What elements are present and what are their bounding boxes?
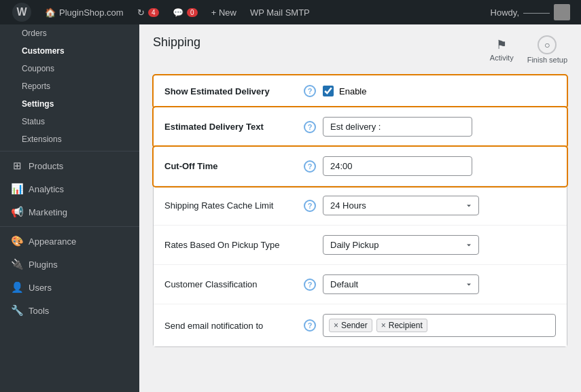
- marketing-icon: 📢: [11, 206, 23, 218]
- show-estimated-delivery-control: Enable: [323, 86, 556, 96]
- send-email-notification-row: Send email notification to ? × Sender × …: [154, 304, 567, 346]
- flag-icon: ⚑: [496, 37, 507, 52]
- wp-logo-btn[interactable]: W: [5, 0, 38, 24]
- cut-off-time-row: Cut-Off Time ?: [154, 147, 567, 186]
- refresh-icon: ↻: [137, 7, 145, 18]
- tools-label: Tools: [29, 306, 49, 316]
- site-url-label: PluginShop.com: [59, 7, 124, 18]
- shipping-rates-cache-limit-label: Shipping Rates Cache Limit: [164, 200, 297, 211]
- users-icon: 👤: [11, 281, 23, 293]
- send-email-notification-help[interactable]: ?: [304, 319, 316, 332]
- analytics-label: Analytics: [29, 184, 64, 194]
- finish-setup-btn[interactable]: ○ Finish setup: [527, 35, 567, 64]
- sidebar-item-tools[interactable]: 🔧 Tools: [0, 299, 139, 322]
- cut-off-time-help[interactable]: ?: [304, 160, 316, 173]
- marketing-label: Marketing: [29, 207, 67, 217]
- show-estimated-delivery-label: Show Estimated Delivery: [164, 86, 297, 96]
- refresh-btn[interactable]: ↻ 4: [130, 0, 166, 24]
- recipient-tag: × Recipient: [376, 319, 427, 332]
- show-estimated-delivery-row: Show Estimated Delivery ? Enable: [154, 75, 567, 107]
- rates-based-on-pickup-type-row: Rates Based On Pickup Type Daily Pickup …: [154, 226, 567, 265]
- sidebar-item-users[interactable]: 👤 Users: [0, 276, 139, 299]
- user-avatar[interactable]: [554, 4, 570, 20]
- email-tags-container[interactable]: × Sender × Recipient: [323, 314, 556, 337]
- rates-based-on-pickup-type-select[interactable]: Daily Pickup Customer Counter One Time P…: [323, 235, 479, 255]
- finish-setup-label: Finish setup: [527, 56, 567, 64]
- cut-off-time-control: [323, 156, 556, 176]
- estimated-delivery-text-input[interactable]: [323, 117, 472, 137]
- sidebar-item-analytics[interactable]: 📊 Analytics: [0, 177, 139, 200]
- sidebar-item-products[interactable]: ⊞ Products: [0, 154, 139, 177]
- sidebar-item-extensions[interactable]: Extensions: [0, 130, 139, 148]
- appearance-icon: 🎨: [11, 235, 23, 247]
- sidebar-item-settings[interactable]: Settings: [0, 95, 139, 113]
- activity-btn[interactable]: ⚑ Activity: [490, 37, 514, 62]
- page-title: Shipping: [153, 35, 200, 50]
- wp-logo-icon: W: [12, 3, 31, 22]
- sidebar-item-coupons[interactable]: Coupons: [0, 60, 139, 77]
- customer-classification-select[interactable]: Default Small Package Large Package: [323, 274, 479, 294]
- enable-label: Enable: [339, 86, 366, 96]
- header-actions: ⚑ Activity ○ Finish setup: [490, 35, 567, 64]
- products-label: Products: [29, 161, 63, 171]
- sidebar-item-appearance[interactable]: 🎨 Appearance: [0, 230, 139, 253]
- activity-label: Activity: [490, 54, 514, 62]
- howdy-section: Howdy, ———: [491, 4, 576, 20]
- sidebar-item-orders[interactable]: Orders: [0, 24, 139, 42]
- new-btn[interactable]: + New: [205, 0, 243, 24]
- cut-off-time-input[interactable]: [323, 156, 472, 176]
- analytics-icon: 📊: [11, 183, 23, 195]
- show-estimated-delivery-checkbox[interactable]: [323, 86, 334, 96]
- send-email-notification-label: Send email notification to: [164, 321, 297, 331]
- show-estimated-delivery-help[interactable]: ?: [304, 85, 316, 97]
- howdy-label: Howdy,: [491, 7, 519, 18]
- shipping-rates-cache-limit-select[interactable]: 24 Hours 12 Hours 6 Hours 1 Hour: [323, 196, 479, 215]
- shipping-rates-cache-limit-control: 24 Hours 12 Hours 6 Hours 1 Hour: [323, 196, 556, 215]
- shipping-rates-cache-limit-help[interactable]: ?: [304, 200, 316, 212]
- sender-tag: × Sender: [329, 319, 372, 332]
- admin-bar: W 🏠 PluginShop.com ↻ 4 💬 0 + New WP Mail…: [0, 0, 581, 24]
- comment-count-badge: 0: [187, 8, 198, 17]
- plugins-label: Plugins: [29, 260, 58, 270]
- plugins-icon: 🔌: [11, 258, 23, 270]
- estimated-delivery-text-row: Estimated Delivery Text ?: [154, 107, 567, 147]
- estimated-delivery-text-label: Estimated Delivery Text: [164, 122, 297, 132]
- site-url-btn[interactable]: 🏠 PluginShop.com: [38, 0, 130, 24]
- sidebar-item-marketing[interactable]: 📢 Marketing: [0, 200, 139, 224]
- finish-setup-icon: ○: [538, 35, 557, 54]
- sidebar-item-status[interactable]: Status: [0, 113, 139, 130]
- customer-classification-row: Customer Classification ? Default Small …: [154, 265, 567, 304]
- sender-tag-label: Sender: [341, 321, 368, 330]
- shipping-rates-cache-limit-row: Shipping Rates Cache Limit ? 24 Hours 12…: [154, 186, 567, 226]
- customer-classification-help[interactable]: ?: [304, 279, 316, 291]
- rates-based-on-pickup-type-label: Rates Based On Pickup Type: [164, 240, 297, 250]
- recipient-tag-remove[interactable]: ×: [381, 321, 386, 330]
- update-count-badge: 4: [148, 8, 159, 17]
- customer-classification-control: Default Small Package Large Package: [323, 274, 556, 294]
- settings-form: Show Estimated Delivery ? Enable Estimat…: [153, 75, 567, 347]
- appearance-label: Appearance: [29, 236, 76, 247]
- rates-based-on-pickup-type-control: Daily Pickup Customer Counter One Time P…: [323, 235, 556, 255]
- comments-btn[interactable]: 💬 0: [166, 0, 205, 24]
- cut-off-time-label: Cut-Off Time: [164, 161, 297, 171]
- sender-tag-remove[interactable]: ×: [334, 321, 338, 330]
- sidebar-item-plugins[interactable]: 🔌 Plugins: [0, 253, 139, 276]
- comment-icon: 💬: [173, 7, 183, 18]
- estimated-delivery-text-control: [323, 117, 556, 137]
- wp-mail-smtp-label: WP Mail SMTP: [250, 7, 310, 18]
- send-email-notification-control: × Sender × Recipient: [323, 314, 556, 337]
- new-label: + New: [211, 7, 236, 18]
- recipient-tag-label: Recipient: [389, 321, 423, 330]
- sidebar-item-customers[interactable]: Customers: [0, 42, 139, 60]
- products-icon: ⊞: [11, 160, 23, 172]
- page-header: Shipping ⚑ Activity ○ Finish setup: [153, 35, 567, 64]
- customer-classification-label: Customer Classification: [164, 279, 297, 289]
- main-content: Shipping ⚑ Activity ○ Finish setup Show …: [139, 24, 581, 392]
- sidebar-item-reports[interactable]: Reports: [0, 77, 139, 95]
- home-icon: 🏠: [45, 7, 56, 18]
- estimated-delivery-text-help[interactable]: ?: [304, 121, 316, 133]
- tools-icon: 🔧: [11, 304, 23, 317]
- users-label: Users: [29, 283, 52, 293]
- sidebar: Orders Customers Coupons Reports Setting…: [0, 24, 139, 392]
- wp-mail-smtp-btn[interactable]: WP Mail SMTP: [243, 0, 317, 24]
